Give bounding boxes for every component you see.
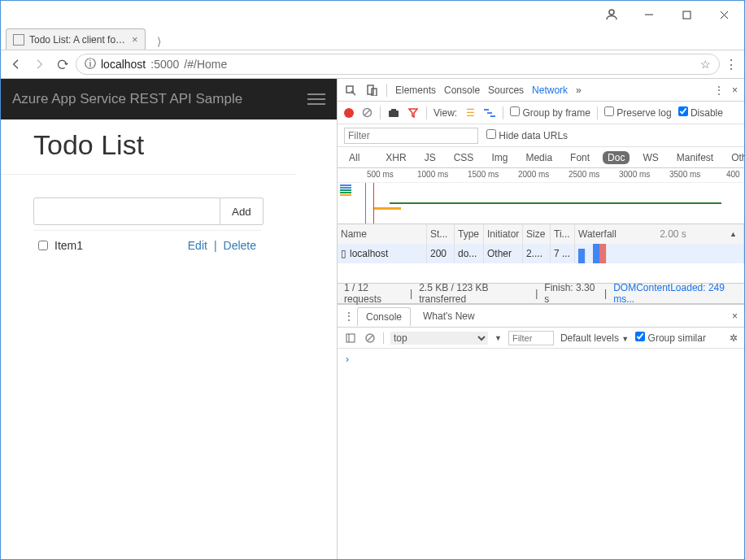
devtools-close-icon[interactable]: × [732, 85, 738, 96]
type-css[interactable]: CSS [449, 151, 479, 164]
devtools-menu-icon[interactable]: ⋮ [714, 85, 724, 96]
panel-elements[interactable]: Elements [395, 85, 436, 96]
console-sidebar-icon[interactable] [344, 332, 357, 345]
type-js[interactable]: JS [420, 151, 441, 164]
type-other[interactable]: Other [726, 151, 745, 164]
window-titlebar [1, 1, 744, 28]
clear-icon[interactable] [360, 106, 373, 119]
inspect-element-icon[interactable] [344, 84, 357, 97]
timeline-bar [373, 207, 401, 210]
svg-line-18 [368, 336, 372, 341]
dcl-marker [365, 183, 366, 224]
more-panels-icon[interactable]: » [576, 85, 582, 96]
console-toolbar: top ▼ Default levels ▼ Group similar ✲ [338, 328, 744, 349]
page-heading: Todo List [33, 129, 329, 161]
console-prompt: › [346, 354, 349, 365]
new-item-input[interactable] [33, 198, 220, 225]
url-input[interactable]: ⓘ localhost:5000/#/Home ☆ [76, 54, 720, 75]
svg-rect-10 [389, 111, 399, 117]
edit-link[interactable]: Edit [188, 239, 207, 252]
network-table-header[interactable]: Name St... Type Initiator Size Ti... Wat… [338, 224, 744, 244]
type-img[interactable]: Img [486, 151, 512, 164]
screenshot-icon[interactable] [387, 106, 400, 119]
type-font[interactable]: Font [565, 151, 595, 164]
log-levels-dropdown[interactable]: Default levels ▼ [560, 332, 629, 344]
svg-rect-12 [484, 109, 489, 111]
site-info-icon[interactable]: ⓘ [85, 57, 96, 72]
group-similar-checkbox[interactable]: Group similar [635, 332, 706, 344]
console-output[interactable]: › [338, 349, 744, 559]
svg-line-9 [364, 110, 370, 115]
address-bar: ⓘ localhost:5000/#/Home ☆ ⋮ [1, 50, 744, 79]
preserve-log-checkbox[interactable]: Preserve log [604, 106, 672, 119]
console-settings-icon[interactable]: ✲ [730, 332, 738, 344]
view-label: View: [433, 107, 457, 119]
app-brand: Azure App Service REST API Sample [12, 91, 242, 107]
filter-funnel-icon[interactable] [407, 106, 420, 119]
drawer-tab-console[interactable]: Console [357, 307, 411, 326]
drawer-menu-icon[interactable]: ⋮ [344, 310, 354, 322]
panel-sources[interactable]: Sources [488, 85, 524, 96]
browser-menu-icon[interactable]: ⋮ [725, 57, 738, 72]
network-summary: 1 / 12 requests| 2.5 KB / 123 KB transfe… [338, 284, 744, 305]
browser-tab[interactable]: Todo List: A client for sam × [6, 28, 146, 50]
hamburger-menu-icon[interactable] [307, 93, 325, 105]
forward-button[interactable] [30, 55, 48, 73]
list-view-icon[interactable]: ☰ [464, 106, 477, 119]
svg-rect-15 [346, 334, 355, 342]
disable-cache-checkbox[interactable]: Disable [678, 106, 723, 119]
panel-network[interactable]: Network [532, 85, 568, 96]
context-selector[interactable]: top [390, 332, 488, 345]
window-maximize-button[interactable] [668, 2, 705, 28]
drawer-close-icon[interactable]: × [732, 310, 738, 322]
type-xhr[interactable]: XHR [381, 151, 411, 164]
record-button[interactable] [344, 108, 354, 118]
clear-console-icon[interactable] [364, 332, 377, 345]
svg-rect-2 [683, 11, 691, 19]
star-bookmark-icon[interactable]: ☆ [700, 58, 711, 71]
network-toolbar: View: ☰ Group by frame Preserve log Disa… [338, 102, 744, 124]
divider [1, 174, 296, 175]
timeline-bar [390, 202, 721, 204]
devtools: Elements Console Sources Network » ⋮ × V… [338, 79, 744, 559]
network-filter-input[interactable] [344, 128, 478, 144]
reload-button[interactable] [53, 55, 71, 73]
page-viewport: Azure App Service REST API Sample Todo L… [1, 79, 338, 559]
waterfall-view-icon[interactable] [483, 106, 496, 119]
browser-tabstrip: Todo List: A client for sam × ⟩ [1, 28, 744, 50]
back-button[interactable] [7, 55, 25, 73]
hide-data-urls-checkbox[interactable]: Hide data URLs [486, 129, 568, 141]
user-account-icon[interactable] [593, 2, 630, 28]
device-toggle-icon[interactable] [365, 84, 378, 97]
drawer-tab-whatsnew[interactable]: What's New [414, 306, 484, 325]
type-all[interactable]: All [344, 151, 364, 164]
window-minimize-button[interactable] [630, 2, 668, 28]
load-marker [373, 183, 374, 224]
drawer-tabs: ⋮ Console What's New × [338, 305, 744, 328]
url-host: localhost [101, 58, 146, 71]
new-tab-button[interactable]: ⟩ [150, 33, 168, 50]
svg-point-0 [609, 10, 614, 15]
add-item-button[interactable]: Add [220, 198, 264, 225]
window-close-button[interactable] [705, 2, 743, 28]
panel-console[interactable]: Console [444, 85, 480, 96]
svg-rect-14 [490, 115, 495, 117]
console-filter-input[interactable] [508, 331, 554, 345]
app-navbar: Azure App Service REST API Sample [1, 79, 337, 119]
todo-checkbox[interactable] [38, 241, 48, 250]
svg-rect-11 [391, 109, 396, 111]
delete-link[interactable]: Delete [224, 239, 256, 252]
devtools-panel-tabs: Elements Console Sources Network » ⋮ × [338, 79, 744, 102]
close-tab-icon[interactable]: × [132, 33, 138, 46]
type-manifest[interactable]: Manifest [672, 151, 718, 164]
network-row[interactable]: ▯localhost 200 do... Other 2.... 7 ... [338, 244, 744, 263]
type-ws[interactable]: WS [638, 151, 663, 164]
svg-rect-6 [368, 85, 373, 94]
browser-tab-title: Todo List: A client for sam [29, 34, 127, 46]
document-icon: ▯ [341, 248, 346, 259]
network-timeline[interactable]: 500 ms 1000 ms 1500 ms 2000 ms 2500 ms 3… [338, 168, 744, 224]
type-media[interactable]: Media [521, 151, 557, 164]
group-by-frame-checkbox[interactable]: Group by frame [510, 106, 590, 119]
svg-rect-13 [487, 112, 492, 114]
type-doc[interactable]: Doc [603, 151, 630, 164]
